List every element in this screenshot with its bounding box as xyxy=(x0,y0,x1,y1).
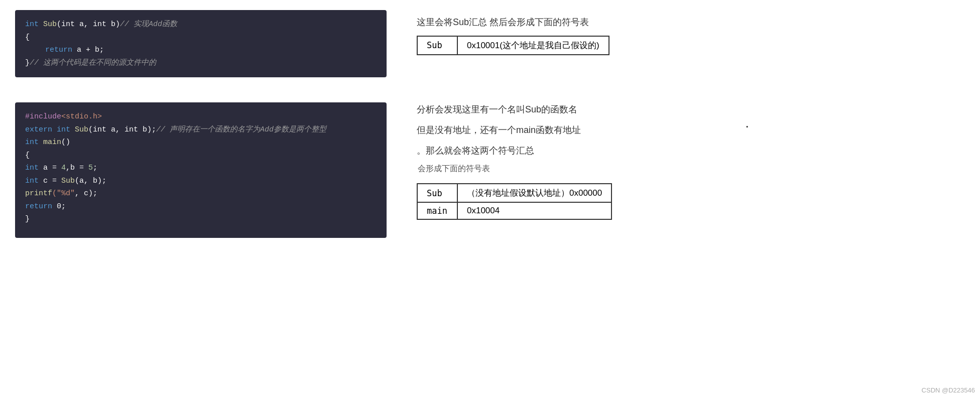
code-line-2: { xyxy=(25,31,377,44)
bottom-desc-2: 但是没有地址，还有一个main函数有地址 xyxy=(417,123,612,138)
code-line-printf: printf("%d", c); xyxy=(25,187,377,200)
code-block-1: int Sub(int a, int b)// 实现Add函数 { return… xyxy=(15,10,387,77)
code-block-2: #include<stdio.h> extern int Sub(int a, … xyxy=(15,102,387,238)
table-row: Sub 0x10001(这个地址是我自己假设的) xyxy=(417,36,609,55)
func-sub: Sub xyxy=(43,20,57,29)
code-line-open: { xyxy=(25,149,377,162)
code-line-intc: int c = Sub(a, b); xyxy=(25,175,377,188)
code-comment-1: // 实现Add函数 xyxy=(120,20,177,29)
table-cell-address: 0x10001(这个地址是我自己假设的) xyxy=(457,36,609,55)
code-line-return: return 0; xyxy=(25,200,377,213)
keyword-int: int xyxy=(25,20,39,29)
table-2-title: 会形成下面的符号表 xyxy=(417,164,612,174)
table-cell-sub-address: （没有地址假设默认地址）0x00000 xyxy=(457,184,611,202)
bottom-desc-3: 。那么就会将这两个符号汇总 xyxy=(417,144,612,158)
code-line-main: int main() xyxy=(25,136,377,149)
right-top-panel: 这里会将Sub汇总 然后会形成下面的符号表 Sub 0x10001(这个地址是我… xyxy=(417,10,609,55)
code-line-extern: extern int Sub(int a, int b);// 声明存在一个函数… xyxy=(25,123,377,137)
table-cell-sub-name: Sub xyxy=(417,184,457,202)
symbol-table-2: Sub （没有地址假设默认地址）0x00000 main 0x10004 xyxy=(417,183,612,220)
symbol-table-1: Sub 0x10001(这个地址是我自己假设的) xyxy=(417,36,609,55)
table-cell-main-address: 0x10004 xyxy=(457,202,611,219)
top-description: 这里会将Sub汇总 然后会形成下面的符号表 xyxy=(417,15,609,30)
table-cell-name: Sub xyxy=(417,36,457,55)
table-cell-main-name: main xyxy=(417,202,457,219)
csdn-watermark: CSDN @D223546 xyxy=(922,386,975,394)
code-line-inta: int a = 4,b = 5; xyxy=(25,162,377,175)
code-line-close: } xyxy=(25,213,377,226)
bottom-desc-1: 分析会发现这里有一个名叫Sub的函数名 xyxy=(417,102,612,117)
code-line-1: int Sub(int a, int b)// 实现Add函数 xyxy=(25,18,377,31)
code-line-3: return a + b; xyxy=(25,44,377,57)
code-line-include: #include<stdio.h> xyxy=(25,110,377,123)
table-row-main: main 0x10004 xyxy=(417,202,611,219)
code-line-4: }// 这两个代码是在不同的源文件中的 xyxy=(25,57,377,70)
table-row-sub: Sub （没有地址假设默认地址）0x00000 xyxy=(417,184,611,202)
bullet-dot: · xyxy=(745,118,749,134)
right-bottom-panel: 分析会发现这里有一个名叫Sub的函数名 但是没有地址，还有一个main函数有地址… xyxy=(417,102,612,220)
